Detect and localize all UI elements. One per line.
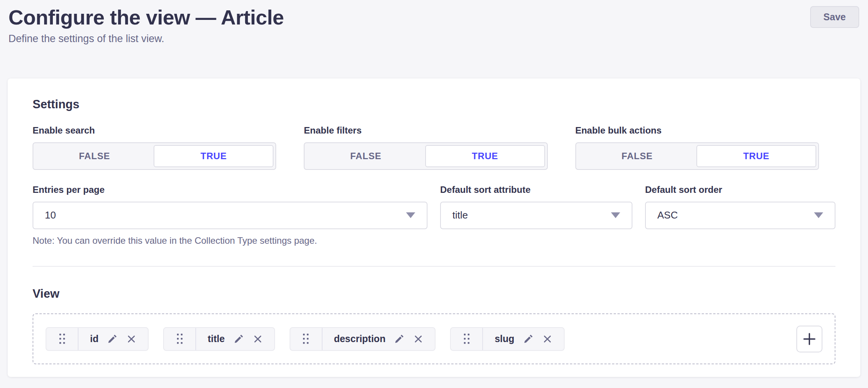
selects-row: Entries per page 10 Note: You can overri… xyxy=(33,185,835,246)
drag-handle[interactable] xyxy=(290,328,323,350)
close-icon xyxy=(542,334,552,344)
default-sort-order-label: Default sort order xyxy=(645,185,835,194)
enable-bulk-actions-field: Enable bulk actions FALSE TRUE xyxy=(575,126,819,170)
field-chip-label: id xyxy=(90,333,98,344)
page-subtitle: Define the settings of the list view. xyxy=(8,33,860,45)
field-drop-zone: id title xyxy=(33,313,835,364)
pencil-icon xyxy=(523,333,534,344)
remove-field-button[interactable] xyxy=(542,334,552,344)
caret-down-icon xyxy=(814,212,823,218)
close-icon xyxy=(253,334,263,344)
remove-field-button[interactable] xyxy=(126,334,136,344)
drag-handle-icon xyxy=(464,334,470,344)
pencil-icon xyxy=(233,333,244,344)
default-sort-attribute-value: title xyxy=(452,209,468,221)
pencil-icon xyxy=(394,333,405,344)
enable-search-false-option[interactable]: FALSE xyxy=(35,145,154,167)
entries-per-page-value: 10 xyxy=(45,209,56,221)
drag-handle-icon xyxy=(303,334,309,344)
close-icon xyxy=(126,334,136,344)
field-chip[interactable]: slug xyxy=(450,327,564,351)
field-chip-label: slug xyxy=(495,333,514,344)
drag-handle[interactable] xyxy=(451,328,483,350)
drag-handle-icon xyxy=(177,334,183,344)
enable-bulk-actions-true-option[interactable]: TRUE xyxy=(696,145,816,167)
close-icon xyxy=(413,334,423,344)
enable-bulk-actions-toggle: FALSE TRUE xyxy=(575,142,819,170)
remove-field-button[interactable] xyxy=(253,334,263,344)
remove-field-button[interactable] xyxy=(413,334,423,344)
default-sort-order-field: Default sort order ASC xyxy=(645,185,835,246)
settings-card: Settings Enable search FALSE TRUE Enable… xyxy=(8,78,860,377)
add-field-button[interactable] xyxy=(796,326,822,352)
default-sort-attribute-select[interactable]: title xyxy=(440,202,632,229)
entries-per-page-note: Note: You can override this value in the… xyxy=(33,235,427,246)
save-button[interactable]: Save xyxy=(810,6,859,28)
edit-field-button[interactable] xyxy=(107,333,118,344)
entries-per-page-field: Entries per page 10 Note: You can overri… xyxy=(33,185,427,246)
field-chip[interactable]: description xyxy=(290,327,436,351)
enable-search-true-option[interactable]: TRUE xyxy=(154,145,274,167)
field-chip[interactable]: title xyxy=(163,327,275,351)
enable-filters-true-option[interactable]: TRUE xyxy=(425,145,545,167)
field-chip-label: title xyxy=(208,333,224,344)
entries-per-page-select[interactable]: 10 xyxy=(33,202,427,229)
default-sort-attribute-label: Default sort attribute xyxy=(440,185,632,194)
section-divider xyxy=(33,266,835,267)
edit-field-button[interactable] xyxy=(394,333,405,344)
edit-field-button[interactable] xyxy=(233,333,244,344)
caret-down-icon xyxy=(611,212,620,218)
edit-field-button[interactable] xyxy=(523,333,534,344)
page-title: Configure the view — Article xyxy=(8,5,860,29)
toggles-row: Enable search FALSE TRUE Enable filters … xyxy=(33,126,819,170)
enable-bulk-actions-label: Enable bulk actions xyxy=(575,126,819,135)
drag-handle[interactable] xyxy=(46,328,79,350)
enable-filters-toggle: FALSE TRUE xyxy=(304,142,547,170)
enable-bulk-actions-false-option[interactable]: FALSE xyxy=(578,145,696,167)
enable-filters-field: Enable filters FALSE TRUE xyxy=(304,126,547,170)
enable-search-field: Enable search FALSE TRUE xyxy=(33,126,276,170)
plus-icon xyxy=(802,332,816,346)
field-chip-label: description xyxy=(334,333,386,344)
caret-down-icon xyxy=(406,212,415,218)
entries-per-page-label: Entries per page xyxy=(33,185,427,194)
drag-handle-icon xyxy=(59,334,65,344)
pencil-icon xyxy=(107,333,118,344)
settings-heading: Settings xyxy=(33,98,835,111)
default-sort-order-select[interactable]: ASC xyxy=(645,202,835,229)
enable-search-toggle: FALSE TRUE xyxy=(33,142,276,170)
enable-filters-false-option[interactable]: FALSE xyxy=(306,145,425,167)
field-chip[interactable]: id xyxy=(46,327,149,351)
enable-filters-label: Enable filters xyxy=(304,126,547,135)
view-heading: View xyxy=(33,288,835,300)
drag-handle[interactable] xyxy=(164,328,196,350)
default-sort-order-value: ASC xyxy=(657,209,678,221)
enable-search-label: Enable search xyxy=(33,126,276,135)
default-sort-attribute-field: Default sort attribute title xyxy=(440,185,632,246)
page-header: Configure the view — Article Define the … xyxy=(0,0,868,45)
